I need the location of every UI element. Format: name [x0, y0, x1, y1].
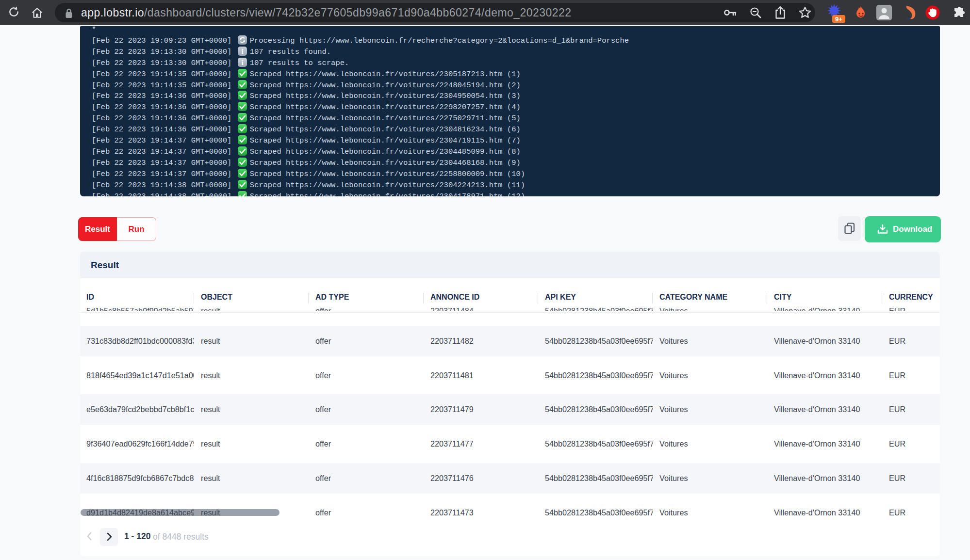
svg-text:i: i: [241, 47, 243, 55]
svg-text:i: i: [241, 58, 243, 66]
svg-text:9+: 9+: [835, 16, 842, 23]
